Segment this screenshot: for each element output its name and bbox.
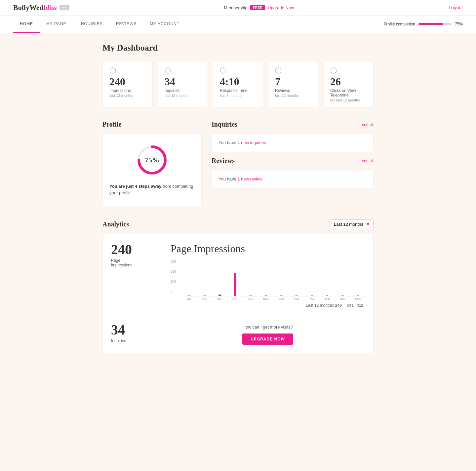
nav-item-my-account[interactable]: MY ACCOUNT: [143, 16, 186, 33]
stat-card-response-time: ◯ 4:10 Response Time last 3 months: [213, 61, 263, 107]
nav-item-reviews[interactable]: REVIEWS: [109, 16, 143, 33]
x-label-oct: OCT: [228, 297, 242, 300]
reviews-see-all[interactable]: see all: [362, 159, 374, 163]
progress-bar-inner: [418, 23, 443, 25]
stat-card-inquiries: ◯ 34 Inquiries last 12 months: [158, 61, 208, 107]
bar-aug: [197, 260, 211, 296]
chart-footer-label: Last 12 months:: [306, 303, 334, 308]
upgrade-now-button[interactable]: UPGRADE NOW: [242, 334, 293, 345]
impressions-number: 240: [109, 76, 146, 87]
top-bar: BollyWedbliss PRO Membership FREE Upgrad…: [0, 0, 476, 16]
analytics-dropdown[interactable]: Last 12 months Last 6 months Last 3 mont…: [330, 219, 374, 229]
inquiries-section: Inquiries see all You have 4 new inquiri…: [212, 121, 374, 152]
profile-completion-label: Profile completion: [384, 22, 415, 26]
impressions-big-label: Pageimpressions: [111, 258, 171, 267]
y-label-200: 200: [171, 270, 180, 273]
reviews-section-title: Reviews: [212, 157, 235, 165]
stats-row: ◯ 240 Impressions last 12 months ◯ 34 In…: [102, 61, 374, 107]
profile-section: Profile 75% You are just 4 steps away fr…: [102, 121, 202, 206]
inquiries-card: You have 4 new inquiries: [212, 133, 374, 152]
bar-may-fill: [341, 295, 344, 296]
profile-percent: 75%: [145, 156, 159, 164]
chart-footer-value: 240: [335, 303, 342, 308]
inquiries-big-num: 34: [111, 323, 154, 337]
stat-card-impressions: ◯ 240 Impressions last 12 months: [102, 61, 153, 107]
reviews-section: Reviews see all You have 1 new review: [212, 157, 374, 188]
inquiries-link[interactable]: 4 new inquiries: [237, 140, 266, 145]
bar-june: [351, 260, 365, 296]
clicks-number: 26: [330, 76, 367, 87]
logo-area: BollyWedbliss PRO: [13, 3, 69, 12]
nav-item-inquiries[interactable]: INQUIRIES: [73, 16, 109, 33]
analytics-impressions: 240 Pageimpressions: [111, 243, 171, 308]
nav-items: HOME MY PAGE INQUIRIES REVIEWS MY ACCOUN…: [13, 16, 384, 33]
y-axis: 300 200 100 0: [171, 260, 180, 293]
nav-item-my-page[interactable]: MY PAGE: [40, 16, 73, 33]
analytics-card: 240 Pageimpressions Page Impressions 300…: [102, 234, 374, 353]
x-label-apr: APR: [320, 297, 334, 300]
reviews-link[interactable]: 1 new review: [237, 177, 262, 181]
clock-icon: ◯: [109, 66, 146, 74]
bar-jan: [274, 260, 288, 296]
bar-june-fill: [357, 295, 359, 296]
bar-jul: [182, 260, 196, 296]
x-label-june: JUNE: [351, 297, 365, 300]
impressions-big-num: 240: [111, 243, 171, 256]
bars-row: [182, 260, 365, 296]
x-label-dec: DEC: [259, 297, 273, 300]
analytics-chart-area: Page Impressions 300 200 100 0: [171, 243, 365, 308]
main-content: My Dashboard ◯ 240 Impressions last 12 m…: [89, 33, 387, 363]
chart-footer-total-label: Total:: [346, 303, 356, 308]
y-label-300: 300: [171, 260, 180, 263]
bar-feb-fill: [295, 295, 298, 296]
x-label-ma: MA: [305, 297, 319, 300]
inquiries-see-all[interactable]: see all: [362, 122, 374, 127]
inquiries-header: Inquiries see all: [212, 121, 374, 128]
clock-icon-5: ◯: [330, 66, 367, 74]
reviews-period: last 12 months: [275, 94, 311, 98]
x-label-feb: FEB: [290, 297, 303, 300]
x-label-may: MAY: [336, 297, 349, 300]
nav-item-home[interactable]: HOME: [13, 16, 40, 33]
stat-card-reviews: ◯ 7 Reviews last 12 months: [268, 61, 318, 107]
reviews-label: Reviews: [275, 88, 311, 93]
reviews-text: You have 1 new review: [218, 177, 367, 181]
x-label-aug: AUG: [197, 297, 211, 300]
clock-icon-3: ◯: [220, 66, 256, 74]
bar-sep: [213, 260, 227, 296]
stat-card-clicks: ◯ 26 Clicks on View Telephone the last 1…: [323, 61, 374, 107]
reviews-card: You have 1 new review: [212, 170, 374, 188]
analytics-header: Analytics Last 12 months Last 6 months L…: [102, 219, 374, 229]
bar-ma-fill: [311, 295, 313, 296]
clock-icon-2: ◯: [165, 66, 201, 74]
bar-ma: [305, 260, 319, 296]
bar-jan-fill: [280, 295, 283, 296]
bar-apr-fill: [326, 295, 329, 296]
inquiries-section-title: Inquiries: [212, 121, 237, 128]
bar-jul-fill: [188, 295, 190, 296]
profile-section-title: Profile: [102, 121, 202, 128]
bar-nov: [244, 260, 258, 296]
bar-nov-fill: [249, 295, 252, 296]
clicks-label: Clicks on View Telephone: [330, 88, 367, 98]
analytics-section: Analytics Last 12 months Last 6 months L…: [102, 219, 374, 353]
bar-oct: [228, 260, 242, 296]
analytics-bottom: 34 Inquiries How can I get more visits? …: [103, 316, 373, 353]
analytics-title: Analytics: [102, 220, 129, 228]
clock-icon-4: ◯: [275, 66, 311, 74]
logo-main: BollyWedbliss: [13, 3, 57, 12]
dropdown-wrapper: Last 12 months Last 6 months Last 3 mont…: [330, 219, 374, 229]
upgrade-link[interactable]: Upgrade Now: [268, 5, 294, 10]
mid-section: Profile 75% You are just 4 steps away fr…: [102, 121, 374, 206]
reviews-header: Reviews see all: [212, 157, 374, 165]
free-badge: FREE: [250, 5, 265, 10]
inquiries-label: Inquiries: [165, 88, 201, 93]
chart-footer-total-value: 412: [357, 303, 363, 308]
inquiries-text: You have 4 new inquiries: [218, 140, 367, 145]
response-time-period: last 3 months: [220, 94, 256, 98]
x-label-jan: JAN: [274, 297, 288, 300]
x-label-jul: JUL: [182, 297, 196, 300]
profile-card: 75% You are just 4 steps away from compl…: [102, 133, 202, 206]
logout-button[interactable]: Logout: [449, 5, 463, 10]
profile-desc-bold: You are just 4 steps away: [109, 184, 161, 189]
